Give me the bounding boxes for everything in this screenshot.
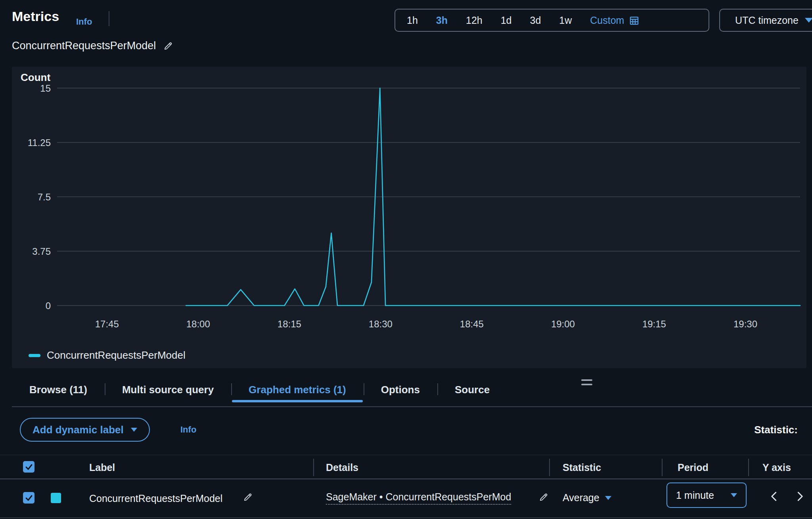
chevron-left-icon[interactable] bbox=[768, 490, 780, 503]
row-details-cell: SageMaker • ConcurrentRequestsPerMod bbox=[326, 491, 511, 505]
timezone-dropdown[interactable]: UTC timezone bbox=[719, 9, 812, 32]
chart-panel: 1511.257.53.75017:4518:0018:1518:3018:45… bbox=[12, 67, 806, 368]
statistic-dropdown[interactable]: Average bbox=[563, 492, 611, 504]
column-header-label[interactable]: Label bbox=[89, 462, 115, 473]
time-range-custom[interactable]: Custom bbox=[581, 10, 649, 31]
chevron-down-icon bbox=[605, 496, 611, 500]
calendar-icon bbox=[629, 15, 640, 26]
time-range-1d[interactable]: 1d bbox=[492, 10, 521, 31]
tab-multi-source-query[interactable]: Multi source query bbox=[105, 377, 231, 402]
column-header-y-axis[interactable]: Y axis bbox=[762, 462, 791, 473]
tab-graphed-metrics[interactable]: Graphed metrics (1) bbox=[231, 377, 364, 402]
chevron-right-icon[interactable] bbox=[794, 490, 806, 503]
check-icon bbox=[25, 463, 33, 471]
column-header-details[interactable]: Details bbox=[326, 462, 358, 473]
svg-text:3.75: 3.75 bbox=[32, 246, 51, 257]
row-bottom-divider bbox=[0, 517, 812, 518]
period-dropdown[interactable]: 1 minute bbox=[666, 482, 747, 508]
legend-color-swatch bbox=[29, 354, 40, 357]
svg-text:19:00: 19:00 bbox=[551, 319, 575, 329]
svg-text:17:45: 17:45 bbox=[95, 319, 119, 329]
header-divider bbox=[109, 11, 109, 26]
column-divider bbox=[313, 459, 314, 476]
custom-label: Custom bbox=[590, 15, 624, 26]
column-divider bbox=[662, 459, 663, 476]
chevron-down-icon bbox=[731, 493, 737, 497]
series-color-swatch bbox=[51, 493, 61, 503]
metrics-info-link[interactable]: Info bbox=[76, 17, 92, 27]
select-all-checkbox[interactable] bbox=[23, 461, 34, 473]
graph-title: ConcurrentRequestsPerModel bbox=[12, 40, 156, 52]
svg-text:19:30: 19:30 bbox=[733, 319, 757, 329]
time-range-1h[interactable]: 1h bbox=[398, 10, 427, 31]
svg-text:0: 0 bbox=[46, 300, 51, 311]
tab-browse[interactable]: Browse (11) bbox=[12, 377, 105, 402]
tabs-divider bbox=[12, 406, 812, 407]
svg-text:15: 15 bbox=[40, 83, 51, 94]
table-top-divider bbox=[0, 455, 812, 455]
edit-label-pencil-icon[interactable] bbox=[243, 492, 253, 502]
resize-handle-icon[interactable] bbox=[581, 379, 592, 388]
dynamic-label-info-link[interactable]: Info bbox=[180, 425, 196, 435]
page-title: Metrics bbox=[12, 9, 59, 24]
add-dynamic-label-text: Add dynamic label bbox=[33, 424, 124, 436]
time-range-12h[interactable]: 12h bbox=[457, 10, 492, 31]
graph-title-row: ConcurrentRequestsPerModel bbox=[12, 40, 173, 52]
row-label: ConcurrentRequestsPerModel bbox=[89, 493, 222, 504]
column-divider bbox=[748, 459, 749, 476]
svg-text:18:45: 18:45 bbox=[460, 319, 484, 329]
svg-text:18:15: 18:15 bbox=[278, 319, 301, 329]
column-header-period[interactable]: Period bbox=[678, 462, 709, 473]
statistic-value: Average bbox=[563, 492, 599, 504]
svg-text:19:15: 19:15 bbox=[642, 319, 666, 329]
time-range-selector: 1h 3h 12h 1d 3d 1w Custom bbox=[395, 9, 709, 32]
time-range-3d[interactable]: 3d bbox=[521, 10, 550, 31]
statistic-section-label: Statistic: bbox=[754, 424, 798, 436]
metrics-tabs: Browse (11) Multi source query Graphed m… bbox=[12, 377, 507, 402]
timezone-label: UTC timezone bbox=[735, 15, 799, 26]
svg-text:18:00: 18:00 bbox=[186, 319, 210, 329]
time-range-1w[interactable]: 1w bbox=[550, 10, 581, 31]
chevron-down-icon bbox=[131, 428, 137, 432]
chevron-down-icon bbox=[805, 18, 812, 23]
legend-label: ConcurrentRequestsPerModel bbox=[47, 349, 186, 361]
check-icon bbox=[25, 494, 33, 502]
add-dynamic-label-button[interactable]: Add dynamic label bbox=[20, 418, 150, 442]
column-header-statistic[interactable]: Statistic bbox=[563, 462, 601, 473]
svg-text:18:30: 18:30 bbox=[369, 319, 393, 329]
row-details-link[interactable]: SageMaker • ConcurrentRequestsPerMod bbox=[326, 491, 511, 505]
chart-legend[interactable]: ConcurrentRequestsPerModel bbox=[29, 349, 186, 361]
row-checkbox[interactable] bbox=[23, 492, 34, 504]
metrics-line-chart[interactable]: 1511.257.53.75017:4518:0018:1518:3018:45… bbox=[12, 67, 806, 368]
table-header-divider bbox=[0, 479, 812, 479]
time-range-3h[interactable]: 3h bbox=[427, 10, 457, 31]
y-axis-title: Count bbox=[21, 71, 50, 84]
tab-source[interactable]: Source bbox=[437, 377, 507, 402]
period-value: 1 minute bbox=[676, 490, 714, 501]
edit-title-pencil-icon[interactable] bbox=[163, 41, 173, 51]
svg-text:7.5: 7.5 bbox=[38, 192, 51, 202]
svg-text:11.25: 11.25 bbox=[28, 137, 51, 148]
edit-details-pencil-icon[interactable] bbox=[538, 492, 549, 502]
tab-options[interactable]: Options bbox=[364, 377, 437, 402]
column-divider bbox=[549, 459, 550, 476]
